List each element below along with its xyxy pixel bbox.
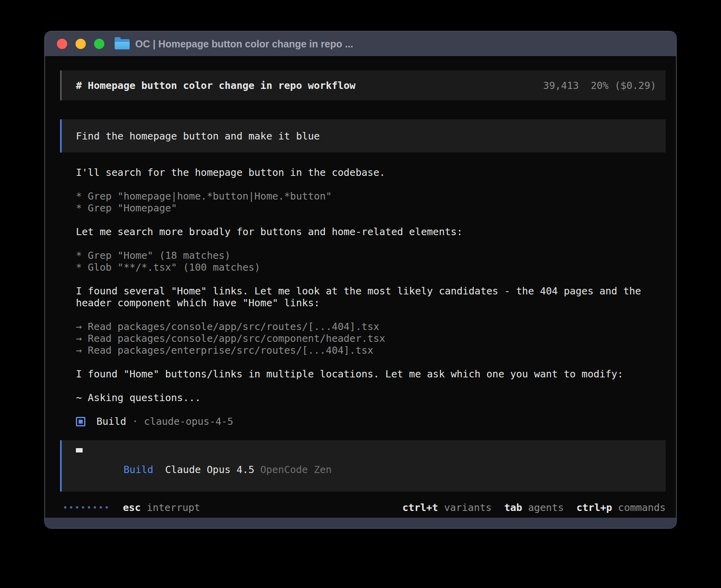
prompt-input[interactable]: BuildClaude Opus 4.5OpenCode Zen <box>60 440 666 492</box>
tool-pending-icon: * <box>76 250 88 261</box>
session-title: # Homepage button color change in repo w… <box>76 80 355 91</box>
assistant-text-line: I found several "Home" links. Let me loo… <box>76 285 666 297</box>
line-text: Grep "Home" (18 matches) <box>88 250 230 261</box>
context-cost: 20% ($0.29) <box>591 80 656 91</box>
assistant-text-line: header component which have "Home" links… <box>76 297 666 309</box>
message-block: * Grep "homepage|home.*button|Home.*butt… <box>76 190 666 214</box>
line-text: I found several "Home" links. Let me loo… <box>76 285 641 297</box>
session-header: # Homepage button color change in repo w… <box>60 70 666 100</box>
window-title: OC | Homepage button color change in rep… <box>135 38 353 50</box>
message-block: → Read packages/console/app/src/routes/[… <box>76 321 666 356</box>
line-text: Grep "homepage|home.*button|Home.*button… <box>88 190 332 202</box>
hint-label: agents <box>528 502 564 513</box>
status-bar: esc interrupt ctrl+tvariantstabagentsctr… <box>60 500 666 514</box>
message-block: I found several "Home" links. Let me loo… <box>76 285 666 309</box>
assistant-text-line: Let me search more broadly for buttons a… <box>76 226 666 238</box>
hint-key: tab <box>504 502 522 513</box>
tool-done-arrow-icon: → <box>76 321 88 332</box>
read-file-line: → Read packages/console/app/src/componen… <box>76 333 666 345</box>
tool-pending-icon: * <box>76 202 88 214</box>
spinner-dot <box>106 506 108 509</box>
fullscreen-button[interactable] <box>94 39 104 49</box>
hint-key: ctrl+p <box>576 502 612 513</box>
tool-call-line: * Grep "Homepage" <box>76 202 666 214</box>
tool-pending-icon: * <box>76 262 88 273</box>
window-footer-strip <box>45 518 676 528</box>
user-message-text: Find the homepage button and make it blu… <box>76 130 320 142</box>
spinner-dot <box>64 506 66 509</box>
spinner-dot <box>94 506 96 509</box>
agent-status: Build·claude-opus-4-5 <box>76 416 666 428</box>
line-text: Read packages/enterprise/src/routes/[...… <box>88 345 373 356</box>
read-file-line: → Read packages/enterprise/src/routes/[.… <box>76 345 666 356</box>
message-block: I found "Home" buttons/links in multiple… <box>76 368 666 380</box>
line-text: I found "Home" buttons/links in multiple… <box>76 368 623 380</box>
key-hint-commands: ctrl+pcommands <box>576 502 666 513</box>
terminal-window: OC | Homepage button color change in rep… <box>44 31 677 529</box>
spinner-dot <box>100 506 102 509</box>
agent-separator: · <box>132 416 138 428</box>
model-label: Claude Opus 4.5 <box>165 464 255 475</box>
message-block: Let me search more broadly for buttons a… <box>76 226 666 238</box>
spinner-dot <box>88 506 90 509</box>
model-line: BuildClaude Opus 4.5OpenCode Zen <box>76 452 666 487</box>
tool-call-line: * Glob "**/*.tsx" (100 matches) <box>76 262 666 273</box>
hint-label: variants <box>444 502 491 513</box>
close-button[interactable] <box>57 39 67 49</box>
spinner-dot <box>82 506 84 509</box>
message-block: * Grep "Home" (18 matches)* Glob "**/*.t… <box>76 250 666 273</box>
assistant-text-line: I'll search for the homepage button in t… <box>76 167 666 179</box>
user-message: Find the homepage button and make it blu… <box>60 119 666 153</box>
session-stats: 39,41320% ($0.29) <box>543 80 656 91</box>
tool-call-line: * Grep "Home" (18 matches) <box>76 250 666 262</box>
esc-key-label: interrupt <box>147 502 200 513</box>
message-block: I'll search for the homepage button in t… <box>76 167 666 179</box>
key-hint-agents: tabagents <box>504 502 564 513</box>
tool-call-line: * Grep "homepage|home.*button|Home.*butt… <box>76 190 666 202</box>
line-text: header component which have "Home" links… <box>76 297 320 309</box>
spinner-dot <box>76 506 78 509</box>
tool-done-arrow-icon: → <box>76 345 88 356</box>
assistant-text-line: I found "Home" buttons/links in multiple… <box>76 368 666 380</box>
line-text: I'll search for the homepage button in t… <box>76 167 385 178</box>
minimize-button[interactable] <box>75 39 86 49</box>
line-text: Grep "Homepage" <box>88 202 177 214</box>
agent-mode-label: Build <box>123 464 153 475</box>
hint-key: ctrl+t <box>402 502 438 513</box>
tool-pending-icon: * <box>76 190 88 202</box>
agent-model: claude-opus-4-5 <box>144 416 233 428</box>
provider-label: OpenCode Zen <box>260 464 332 475</box>
status-left: esc interrupt <box>60 502 200 513</box>
key-hint-variants: ctrl+tvariants <box>402 502 492 513</box>
esc-key-hint: esc <box>123 502 141 513</box>
folder-icon <box>115 38 130 49</box>
line-text: ~ Asking questions... <box>76 392 201 403</box>
line-text: Glob "**/*.tsx" (100 matches) <box>88 262 260 273</box>
line-text: Read packages/console/app/src/routes/[..… <box>88 321 379 332</box>
status-right: ctrl+tvariantstabagentsctrl+pcommands <box>402 502 666 513</box>
conversation: I'll search for the homepage button in t… <box>60 167 666 428</box>
line-text: Let me search more broadly for buttons a… <box>76 226 462 237</box>
assistant-text-line: ~ Asking questions... <box>76 392 666 404</box>
tool-done-arrow-icon: → <box>76 333 88 344</box>
message-block: ~ Asking questions... <box>76 392 666 404</box>
spinner-dot <box>70 506 72 509</box>
agent-task-icon <box>76 417 85 426</box>
text-cursor <box>76 448 83 452</box>
traffic-lights <box>57 39 104 49</box>
spinner-dots-icon <box>64 506 108 509</box>
read-file-line: → Read packages/console/app/src/routes/[… <box>76 321 666 333</box>
agent-name: Build <box>96 416 126 428</box>
titlebar[interactable]: OC | Homepage button color change in rep… <box>45 32 676 56</box>
line-text: Read packages/console/app/src/component/… <box>88 333 385 344</box>
terminal-content: # Homepage button color change in repo w… <box>45 70 676 514</box>
token-count: 39,413 <box>543 80 579 91</box>
hint-label: commands <box>618 502 666 513</box>
